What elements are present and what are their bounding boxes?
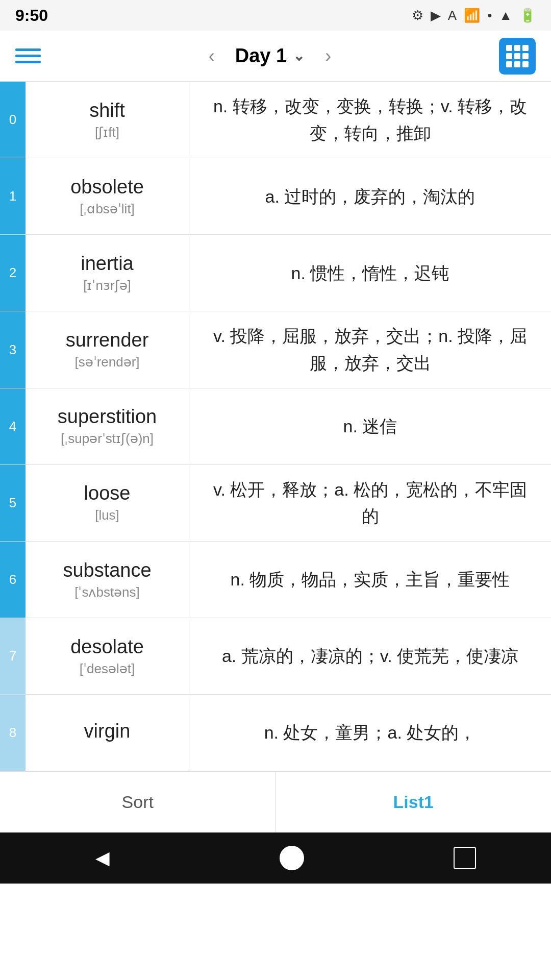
word-phonetic: [ˌsupərˈstɪʃ(ə)n] [61, 431, 154, 447]
next-button[interactable]: › [325, 45, 331, 67]
word-index: 6 [0, 542, 26, 618]
word-right: a. 过时的，废弃的，淘汰的 [189, 158, 551, 234]
signal-icon: ▲ [499, 8, 512, 23]
word-phonetic: [lus] [95, 507, 119, 523]
word-right: a. 荒凉的，凄凉的；v. 使荒芜，使凄凉 [189, 618, 551, 694]
word-right: n. 惯性，惰性，迟钝 [189, 235, 551, 311]
grid-view-button[interactable] [499, 38, 536, 75]
word-english: substance [63, 559, 151, 581]
word-english: inertia [81, 253, 134, 275]
word-left: loose[lus] [26, 465, 189, 541]
word-index: 7 [0, 618, 26, 694]
word-definition: a. 过时的，废弃的，淘汰的 [265, 183, 475, 210]
word-right: n. 物质，物品，实质，主旨，重要性 [189, 542, 551, 618]
day-title[interactable]: Day 1 ⌄ [235, 45, 305, 67]
word-row[interactable]: 1obsolete[ˌɑbsəˈlit]a. 过时的，废弃的，淘汰的 [0, 158, 551, 235]
word-row[interactable]: 6substance[ˈsʌbstəns]n. 物质，物品，实质，主旨，重要性 [0, 542, 551, 618]
word-list: 0shift[ʃɪft]n. 转移，改变，变换，转换；v. 转移，改变，转向，推… [0, 82, 551, 771]
word-left: inertia[ɪˈnɜrʃə] [26, 235, 189, 311]
word-definition: n. 惯性，惰性，迟钝 [291, 260, 449, 287]
word-left: substance[ˈsʌbstəns] [26, 542, 189, 618]
word-english: surrender [66, 329, 149, 351]
word-english: shift [89, 100, 125, 121]
word-row[interactable]: 8virginn. 处女，童男；a. 处女的， [0, 695, 551, 771]
word-index: 3 [0, 311, 26, 387]
word-index: 4 [0, 388, 26, 464]
tab-sort[interactable]: Sort [0, 772, 276, 832]
nav-bar: ◀ [0, 832, 551, 884]
word-row[interactable]: 0shift[ʃɪft]n. 转移，改变，变换，转换；v. 转移，改变，转向，推… [0, 82, 551, 158]
home-nav-button[interactable] [280, 846, 304, 870]
grid-icon [506, 45, 529, 67]
word-phonetic: [ˈsʌbstəns] [74, 584, 140, 600]
word-english: virgin [84, 720, 131, 742]
word-left: shift[ʃɪft] [26, 82, 189, 158]
bottom-tab-bar: SortList1 [0, 771, 551, 832]
dot-icon: • [487, 8, 492, 23]
word-definition: n. 处女，童男；a. 处女的， [264, 719, 477, 746]
word-phonetic: [ˈdesələt] [80, 661, 135, 677]
word-right: n. 迷信 [189, 388, 551, 464]
word-right: n. 处女，童男；a. 处女的， [189, 695, 551, 771]
word-index: 0 [0, 82, 26, 158]
word-english: desolate [70, 636, 144, 658]
word-phonetic: [ʃɪft] [95, 125, 119, 140]
status-icons: ⚙ ▶ A 📶 • ▲ 🔋 [412, 8, 536, 23]
word-index: 8 [0, 695, 26, 771]
word-left: superstition[ˌsupərˈstɪʃ(ə)n] [26, 388, 189, 464]
settings-icon: ⚙ [412, 8, 423, 23]
word-english: obsolete [70, 176, 144, 198]
word-index: 5 [0, 465, 26, 541]
word-row[interactable]: 7desolate[ˈdesələt]a. 荒凉的，凄凉的；v. 使荒芜，使凄凉 [0, 618, 551, 695]
prev-button[interactable]: ‹ [209, 45, 215, 67]
word-left: obsolete[ˌɑbsəˈlit] [26, 158, 189, 234]
accessibility-icon: A [448, 8, 457, 23]
word-row[interactable]: 4superstition[ˌsupərˈstɪʃ(ə)n]n. 迷信 [0, 388, 551, 465]
word-phonetic: [ɪˈnɜrʃə] [83, 278, 131, 293]
word-phonetic: [ˌɑbsəˈlit] [80, 201, 135, 217]
word-index: 2 [0, 235, 26, 311]
word-definition: n. 迷信 [343, 413, 397, 440]
word-english: superstition [58, 406, 157, 428]
word-definition: v. 松开，释放；a. 松的，宽松的，不牢固的 [205, 476, 536, 530]
word-english: loose [84, 482, 131, 504]
word-right: n. 转移，改变，变换，转换；v. 转移，改变，转向，推卸 [189, 82, 551, 158]
word-definition: v. 投降，屈服，放弃，交出；n. 投降，屈服，放弃，交出 [205, 323, 536, 376]
word-phonetic: [səˈrendər] [74, 354, 139, 370]
word-right: v. 松开，释放；a. 松的，宽松的，不牢固的 [189, 465, 551, 541]
status-bar: 9:50 ⚙ ▶ A 📶 • ▲ 🔋 [0, 0, 551, 31]
word-left: virgin [26, 695, 189, 771]
chevron-down-icon: ⌄ [293, 47, 305, 64]
word-row[interactable]: 2inertia[ɪˈnɜrʃə]n. 惯性，惰性，迟钝 [0, 235, 551, 311]
tab-list1[interactable]: List1 [276, 772, 552, 832]
word-row[interactable]: 5loose[lus]v. 松开，释放；a. 松的，宽松的，不牢固的 [0, 465, 551, 542]
app-header: ‹ Day 1 ⌄ › [0, 31, 551, 82]
play-icon: ▶ [431, 8, 441, 23]
wifi-icon: 📶 [464, 8, 480, 23]
word-definition: n. 转移，改变，变换，转换；v. 转移，改变，转向，推卸 [205, 93, 536, 146]
word-left: surrender[səˈrendər] [26, 311, 189, 387]
word-definition: a. 荒凉的，凄凉的；v. 使荒芜，使凄凉 [222, 643, 518, 670]
word-left: desolate[ˈdesələt] [26, 618, 189, 694]
word-definition: n. 物质，物品，实质，主旨，重要性 [231, 566, 510, 593]
header-nav: ‹ Day 1 ⌄ › [209, 45, 331, 67]
battery-icon: 🔋 [519, 8, 536, 23]
menu-button[interactable] [15, 48, 41, 63]
recent-apps-button[interactable] [454, 847, 476, 869]
word-row[interactable]: 3surrender[səˈrendər]v. 投降，屈服，放弃，交出；n. 投… [0, 311, 551, 388]
word-index: 1 [0, 158, 26, 234]
back-nav-button[interactable]: ◀ [75, 842, 130, 874]
word-right: v. 投降，屈服，放弃，交出；n. 投降，屈服，放弃，交出 [189, 311, 551, 387]
status-time: 9:50 [15, 6, 48, 25]
